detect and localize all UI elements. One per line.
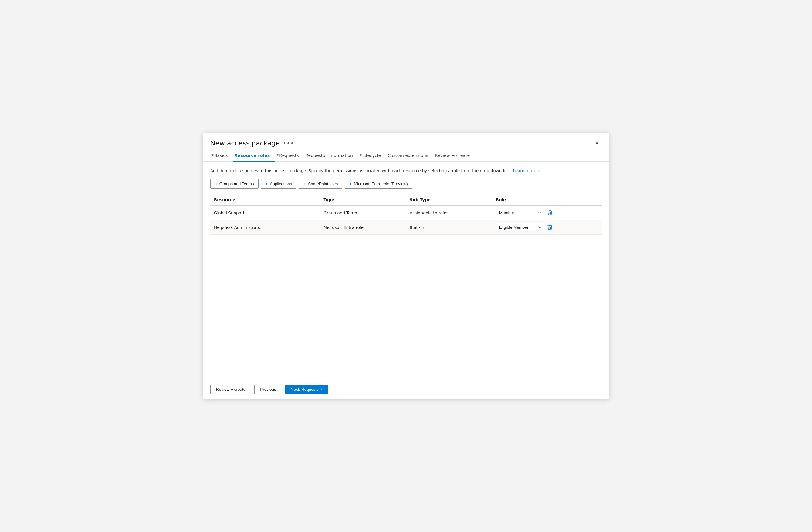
tab-review-create[interactable]: Review + create [434,151,475,162]
tab-custom-extensions[interactable]: Custom extensions [386,151,434,162]
required-indicator: * [276,153,278,158]
add-microsoft-entra-role-button[interactable]: + Microsoft Entra role (Preview) [345,179,412,188]
plus-icon: + [349,181,352,186]
cell-type: Microsoft Entra role [320,220,406,235]
role-select-wrapper: MemberOwner [496,209,598,217]
table-header-row: Resource Type Sub Type Role [210,194,602,206]
cell-resource: Helpdesk Administrator [210,220,320,235]
cell-role: Eligible MemberActive Member [492,220,602,235]
column-header-resource: Resource [210,194,320,206]
resources-table-container: Resource Type Sub Type Role Global Suppo… [210,194,602,374]
dialog-footer: Review + create Previous Next: Requests … [203,380,609,399]
cell-subtype: Built-In [406,220,492,235]
column-header-role: Role [492,194,602,206]
tab-lifecycle[interactable]: *Lifecycle [358,151,386,162]
tab-requests[interactable]: *Requests [275,151,304,162]
description-text: Add different resources to this access p… [210,168,602,174]
main-content: Add different resources to this access p… [203,162,609,380]
required-indicator: * [360,153,362,158]
resources-table: Resource Type Sub Type Role Global Suppo… [210,194,602,235]
column-header-type: Type [320,194,406,206]
role-select[interactable]: Eligible MemberActive Member [496,223,545,232]
role-select-wrapper: Eligible MemberActive Member [496,223,598,232]
tab-basics[interactable]: *Basics [210,151,233,162]
cell-resource: Global Support [210,206,320,220]
cell-type: Group and Team [320,206,406,220]
more-options-icon[interactable]: ••• [283,140,294,146]
new-access-package-dialog: New access package ••• ✕ *Basics Resourc… [203,133,609,399]
dialog-title: New access package [210,139,280,147]
next-button[interactable]: Next: Requests > [285,385,328,394]
cell-subtype: Assignable to roles [406,206,492,220]
plus-icon: + [303,181,306,186]
tab-requestor-information[interactable]: Requestor information [304,151,358,162]
delete-row-button[interactable] [546,224,553,231]
learn-more-link[interactable]: Learn more ↗ [513,168,541,173]
review-create-button[interactable]: Review + create [210,385,251,394]
add-resource-buttons: + Groups and Teams + Applications + Shar… [210,179,602,188]
add-sharepoint-sites-button[interactable]: + SharePoint sites [299,179,342,188]
plus-icon: + [215,181,218,186]
add-groups-teams-button[interactable]: + Groups and Teams [210,179,259,188]
tab-bar: *Basics Resource roles *Requests Request… [203,151,609,162]
add-applications-button[interactable]: + Applications [261,179,297,188]
required-indicator: * [212,153,214,158]
table-row: Helpdesk AdministratorMicrosoft Entra ro… [210,220,602,235]
previous-button[interactable]: Previous [254,385,282,394]
column-header-subtype: Sub Type [406,194,492,206]
plus-icon: + [265,181,268,186]
dialog-title-row: New access package ••• [210,139,294,147]
dialog-header: New access package ••• ✕ [203,133,609,151]
close-button[interactable]: ✕ [592,139,602,148]
table-row: Global SupportGroup and TeamAssignable t… [210,206,602,220]
tab-resource-roles[interactable]: Resource roles [233,151,275,162]
delete-row-button[interactable] [546,210,553,216]
cell-role: MemberOwner [492,206,602,220]
role-select[interactable]: MemberOwner [496,209,545,217]
